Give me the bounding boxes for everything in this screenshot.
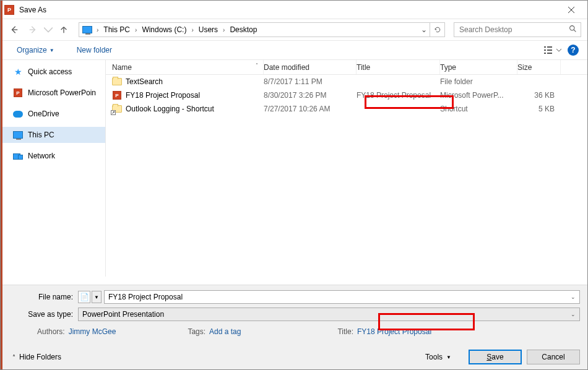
title-label: Title:	[337, 327, 353, 336]
monitor-icon	[13, 130, 23, 140]
tools-label: Tools	[425, 353, 443, 361]
chevron-down-icon: ▼	[50, 48, 54, 53]
cancel-label: Cancel	[542, 353, 564, 361]
file-row[interactable]: ↗ Outlook Logging - Shortcut 7/27/2017 1…	[106, 102, 587, 116]
chevron-down-icon: ⌄	[571, 311, 576, 317]
sidebar-item-label: OneDrive	[28, 110, 59, 118]
crumb-drive[interactable]: Windows (C:)	[139, 23, 189, 37]
chevron-down-icon[interactable]: ⌄	[571, 294, 576, 300]
window-close-button[interactable]	[559, 1, 584, 19]
header-name[interactable]: Name˄	[106, 60, 264, 74]
title-value[interactable]: FY18 Project Proposal	[357, 327, 431, 336]
organize-menu[interactable]: Organize ▼	[13, 43, 58, 57]
tags-value[interactable]: Add a tag	[209, 327, 241, 336]
sidebar-item-label: This PC	[28, 131, 54, 139]
new-folder-button[interactable]: New folder	[73, 43, 116, 57]
sidebar-item-powerpoint[interactable]: P Microsoft PowerPoin	[1, 85, 105, 101]
crumb-this-pc[interactable]: This PC	[101, 23, 132, 37]
search-input[interactable]	[458, 25, 569, 35]
sidebar-item-this-pc[interactable]: This PC	[1, 127, 105, 143]
navbar: › This PC › Windows (C:) › Users › Deskt…	[1, 19, 587, 40]
file-row[interactable]: TextSearch 8/7/2017 1:11 PM File folder	[106, 75, 587, 88]
file-list: Name˄ Date modified Title Type Size Text…	[106, 60, 587, 277]
svg-point-4	[570, 26, 574, 30]
svg-rect-6	[544, 46, 546, 48]
cancel-button[interactable]: Cancel	[527, 350, 580, 364]
file-date: 8/7/2017 1:11 PM	[264, 77, 357, 86]
this-pc-icon	[80, 24, 94, 36]
sidebar-item-onedrive[interactable]: OneDrive	[1, 106, 105, 122]
network-icon	[13, 151, 23, 161]
sidebar-item-network[interactable]: Network	[1, 148, 105, 164]
metadata-row: Authors: Jimmy McGee Tags: Add a tag Tit…	[10, 327, 580, 336]
shortcut-icon: ↗	[112, 104, 122, 114]
file-name: TextSearch	[126, 77, 163, 86]
chevron-right-icon[interactable]: ›	[132, 23, 139, 37]
powerpoint-icon: P	[13, 88, 23, 98]
view-options-icon	[544, 46, 561, 54]
nav-forward-button[interactable]	[25, 22, 40, 37]
file-size: 5 KB	[517, 105, 561, 113]
refresh-button[interactable]	[430, 23, 444, 37]
file-name: Outlook Logging - Shortcut	[126, 105, 214, 113]
filetype-icon[interactable]: 📄	[78, 291, 90, 303]
nav-recent-dropdown[interactable]	[44, 22, 53, 37]
svg-rect-9	[547, 49, 552, 51]
file-name-value: FY18 Project Proposal	[108, 293, 183, 301]
powerpoint-app-icon: P	[4, 5, 14, 15]
sidebar-item-label: Network	[28, 152, 55, 160]
powerpoint-file-icon: P	[112, 90, 122, 100]
header-type[interactable]: Type	[440, 60, 517, 74]
address-history-dropdown[interactable]: ⌄	[418, 25, 430, 34]
help-button[interactable]: ?	[568, 45, 579, 56]
file-date: 7/27/2017 10:26 AM	[264, 105, 357, 113]
organize-label: Organize	[17, 46, 47, 54]
header-size[interactable]: Size	[517, 60, 561, 74]
crumb-users[interactable]: Users	[196, 23, 220, 37]
header-title[interactable]: Title	[357, 60, 440, 74]
sidebar-item-label: Microsoft PowerPoin	[28, 88, 96, 97]
svg-rect-11	[547, 53, 552, 54]
address-bar[interactable]: › This PC › Windows (C:) › Users › Deskt…	[79, 22, 445, 37]
crumb-desktop[interactable]: Desktop	[227, 23, 259, 37]
svg-rect-10	[544, 53, 546, 54]
cloud-icon	[13, 109, 23, 119]
filetype-icon-dropdown[interactable]: ▼	[92, 291, 102, 303]
titlebar: P Save As	[1, 1, 587, 19]
chevron-right-icon[interactable]: ›	[220, 23, 227, 37]
search-icon	[569, 25, 577, 35]
refresh-icon	[434, 26, 441, 33]
star-icon: ★	[13, 67, 23, 77]
file-row[interactable]: P FY18 Project Proposal 8/30/2017 3:26 P…	[106, 88, 587, 102]
svg-rect-7	[547, 46, 552, 48]
file-type: File folder	[440, 77, 517, 86]
file-type: Shortcut	[440, 105, 517, 113]
sidebar-item-quick-access[interactable]: ★ Quick access	[1, 64, 105, 80]
save-button[interactable]: Save	[469, 350, 522, 364]
file-date: 8/30/2017 3:26 PM	[264, 91, 357, 100]
save-type-select[interactable]: PowerPoint Presentation ⌄	[78, 308, 580, 321]
header-date[interactable]: Date modified	[264, 60, 357, 74]
svg-rect-8	[544, 49, 546, 51]
tools-menu[interactable]: Tools ▼	[425, 353, 451, 361]
view-options-button[interactable]	[542, 43, 564, 57]
authors-value[interactable]: Jimmy McGee	[69, 327, 116, 336]
save-type-value: PowerPoint Presentation	[82, 310, 164, 319]
file-title: FY18 Project Proposal	[357, 91, 440, 100]
hide-folders-button[interactable]: ˄ Hide Folders	[12, 353, 61, 361]
search-box[interactable]	[454, 22, 581, 37]
nav-back-button[interactable]	[7, 22, 22, 37]
file-type: Microsoft PowerP...	[440, 91, 517, 100]
nav-up-button[interactable]	[56, 22, 71, 37]
chevron-right-icon[interactable]: ›	[189, 23, 196, 37]
main-area: ★ Quick access P Microsoft PowerPoin One…	[1, 60, 587, 277]
hide-folders-label: Hide Folders	[19, 353, 61, 361]
save-label: Save	[486, 353, 503, 361]
chevron-down-icon: ▼	[446, 355, 451, 360]
caret-up-icon: ˄	[12, 354, 15, 361]
toolbar: Organize ▼ New folder ?	[1, 40, 587, 60]
chevron-right-icon[interactable]: ›	[94, 23, 101, 37]
file-name-input[interactable]: FY18 Project Proposal ⌄	[104, 290, 580, 304]
svg-line-5	[574, 30, 576, 32]
bottom-pane: File name: 📄 ▼ FY18 Project Proposal ⌄ S…	[2, 285, 587, 369]
